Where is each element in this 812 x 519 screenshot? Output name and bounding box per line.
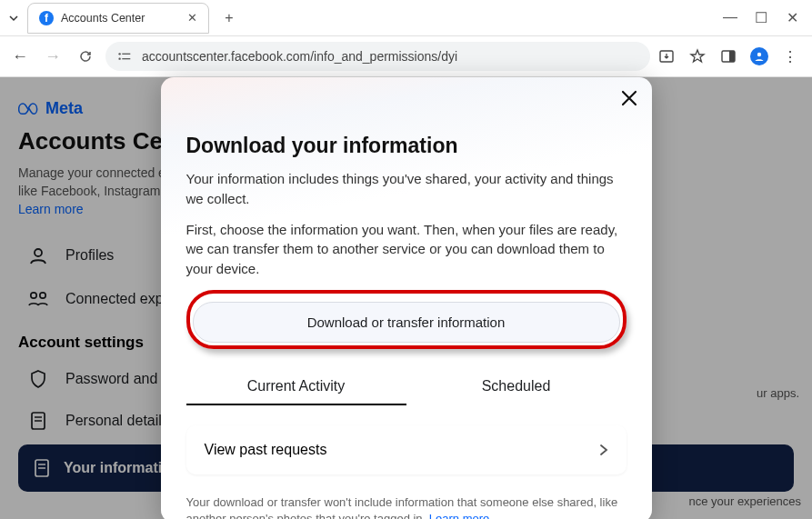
footnote-learn-more-link[interactable]: Learn more — [429, 512, 489, 519]
download-info-modal: Download your information Your informati… — [161, 77, 652, 519]
url-box[interactable]: accountscenter.facebook.com/info_and_per… — [105, 42, 650, 71]
close-tab-icon[interactable]: ✕ — [187, 11, 197, 25]
browser-tab[interactable]: f Accounts Center ✕ — [27, 3, 209, 34]
tab-scheduled[interactable]: Scheduled — [406, 369, 627, 405]
site-settings-icon[interactable] — [116, 50, 133, 63]
reload-button[interactable] — [73, 44, 98, 69]
close-window-button[interactable]: ✕ — [785, 9, 799, 26]
svg-point-7 — [757, 53, 761, 56]
new-tab-button[interactable]: + — [216, 5, 242, 31]
svg-rect-1 — [122, 54, 130, 55]
tab-search-caret[interactable] — [0, 13, 27, 24]
svg-rect-6 — [729, 51, 735, 62]
facebook-favicon: f — [39, 11, 54, 25]
minimize-button[interactable]: — — [723, 9, 737, 26]
tab-current-activity[interactable]: Current Activity — [186, 369, 406, 405]
svg-point-2 — [118, 58, 120, 60]
download-transfer-button[interactable]: Download or transfer information — [193, 302, 620, 343]
forward-button[interactable]: → — [40, 44, 65, 69]
modal-footnote: Your download or transfer won't include … — [186, 494, 627, 519]
address-bar: ← → accountscenter.facebook.com/info_and… — [0, 36, 812, 77]
menu-icon[interactable]: ⋮ — [781, 47, 799, 65]
profile-avatar[interactable] — [750, 47, 768, 65]
svg-rect-3 — [122, 58, 130, 59]
window-controls: — ☐ ✕ — [723, 9, 812, 26]
modal-tabs: Current Activity Scheduled — [186, 369, 627, 405]
modal-paragraph: Your information includes things you've … — [186, 169, 627, 209]
close-modal-button[interactable] — [619, 88, 639, 108]
back-button[interactable]: ← — [7, 44, 33, 69]
browser-tabstrip: f Accounts Center ✕ + — ☐ ✕ — [0, 0, 812, 36]
install-app-icon[interactable] — [657, 47, 676, 65]
url-text: accountscenter.facebook.com/info_and_per… — [142, 49, 457, 64]
highlight-ring: Download or transfer information — [186, 290, 627, 349]
sidepanel-icon[interactable] — [719, 47, 737, 65]
chevron-right-icon — [599, 444, 608, 456]
modal-paragraph: First, choose the information you want. … — [186, 220, 627, 279]
view-past-requests-row[interactable]: View past requests — [186, 425, 627, 474]
maximize-button[interactable]: ☐ — [754, 9, 768, 26]
modal-title: Download your information — [186, 134, 627, 158]
tab-title: Accounts Center — [61, 12, 180, 25]
bookmark-icon[interactable] — [688, 47, 707, 65]
row-label: View past requests — [205, 442, 327, 458]
svg-point-0 — [118, 53, 120, 55]
